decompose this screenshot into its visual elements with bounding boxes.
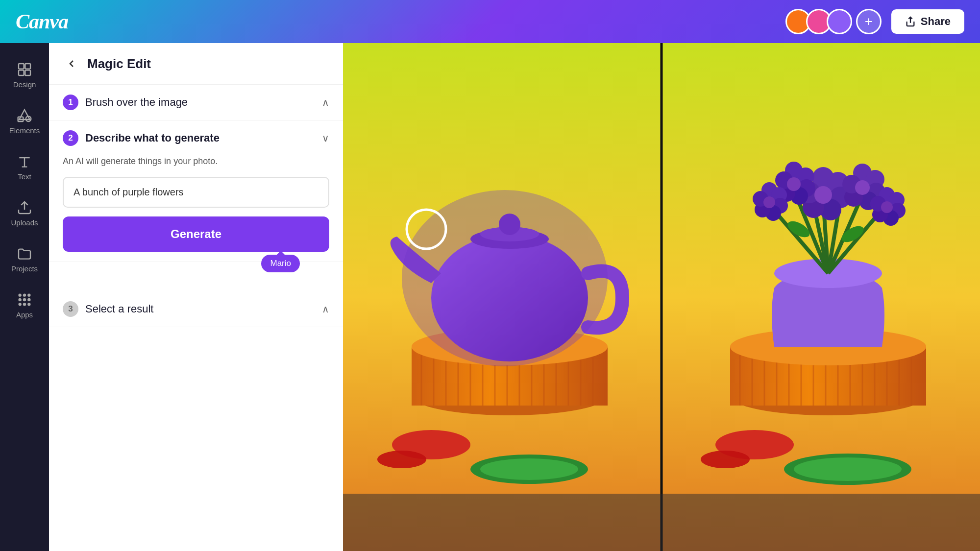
svg-point-90 [855,180,870,195]
svg-rect-3 [25,70,30,75]
svg-point-82 [814,186,832,204]
step-3-section: 3 Select a result ∧ [49,291,343,327]
step-1-chevron[interactable]: ∧ [322,96,329,108]
svg-rect-119 [343,494,980,551]
share-button[interactable]: Share [891,9,964,34]
svg-point-43 [377,451,426,468]
step-1-title: Brush over the image [85,96,188,109]
share-icon [905,16,916,27]
apps-icon [17,292,32,308]
svg-point-11 [19,299,21,301]
step-2-title: Describe what to generate [85,132,220,144]
elements-icon [17,108,32,123]
svg-point-15 [24,303,25,305]
header-right: + Share [785,9,964,34]
step-3-badge: 3 [63,301,78,317]
design-icon [17,62,32,77]
step-2-chevron[interactable]: ∨ [322,132,329,144]
svg-point-106 [881,201,893,213]
text-icon [17,154,32,169]
generate-button[interactable]: Generate [63,216,329,252]
uploads-icon [17,200,32,216]
step-3-header[interactable]: 3 Select a result ∧ [63,301,329,317]
back-icon [66,58,77,70]
step-1-title-row: 1 Brush over the image [63,95,188,110]
projects-icon [17,246,32,262]
ai-description: An AI will generate things in your photo… [63,155,329,168]
svg-point-13 [28,299,30,301]
step-1-section: 1 Brush over the image ∧ [49,85,343,120]
sidebar-label-design: Design [13,80,36,89]
add-collaborator-button[interactable]: + [856,9,882,34]
sidebar-item-elements[interactable]: Elements [2,99,47,143]
svg-point-8 [19,294,21,296]
svg-point-14 [19,303,21,305]
svg-rect-0 [19,64,24,69]
svg-point-118 [794,457,902,481]
svg-rect-1 [25,64,30,69]
step-3-title-row: 3 Select a result [63,301,153,317]
app-header: Canva + Share [0,0,980,43]
avatar-user-3 [827,9,852,34]
sidebar-item-apps[interactable]: Apps [2,283,47,327]
svg-point-45 [480,458,578,480]
sidebar-label-elements: Elements [9,126,40,135]
svg-point-98 [787,177,801,191]
step-2-header[interactable]: 2 Describe what to generate ∨ [63,130,329,146]
canvas-area [343,43,980,551]
sidebar-item-design[interactable]: Design [2,53,47,97]
step-2-title-row: 2 Describe what to generate [63,130,220,146]
prompt-input[interactable] [63,177,329,208]
sidebar-item-text[interactable]: Text [2,145,47,189]
avatar-group: + [785,9,882,34]
step-1-badge: 1 [63,95,78,110]
step-1-header[interactable]: 1 Brush over the image ∧ [63,95,329,110]
svg-point-116 [701,451,750,468]
step-3-title: Select a result [85,303,153,315]
panel-title: Magic Edit [87,56,151,72]
svg-marker-4 [19,110,29,120]
mario-tooltip: Mario [261,255,300,272]
sidebar-label-projects: Projects [11,264,38,273]
svg-point-40 [402,190,608,366]
canva-logo: Canva [16,10,68,33]
sidebar-label-apps: Apps [16,311,33,319]
panel-header: Magic Edit [49,43,343,85]
step-3-chevron[interactable]: ∧ [322,303,329,315]
svg-rect-2 [19,70,24,75]
svg-point-9 [24,294,25,296]
canvas-background [343,43,980,551]
magic-edit-panel: Magic Edit 1 Brush over the image ∧ 2 De… [49,43,343,551]
step-2-badge: 2 [63,130,78,146]
step-2-section: 2 Describe what to generate ∨ An AI will… [49,120,343,262]
svg-point-16 [28,303,30,305]
canvas-image [343,43,980,551]
svg-point-114 [763,196,775,208]
svg-point-12 [24,299,25,301]
step-2-content: An AI will generate things in your photo… [63,146,329,252]
svg-point-10 [28,294,30,296]
sidebar-label-text: Text [18,172,31,181]
sidebar-item-projects[interactable]: Projects [2,237,47,281]
sidebar-item-uploads[interactable]: Uploads [2,191,47,235]
sidebar-label-uploads: Uploads [11,218,38,227]
back-button[interactable] [63,55,80,72]
left-sidebar: Design Elements Text Uploads Projects [0,43,49,551]
